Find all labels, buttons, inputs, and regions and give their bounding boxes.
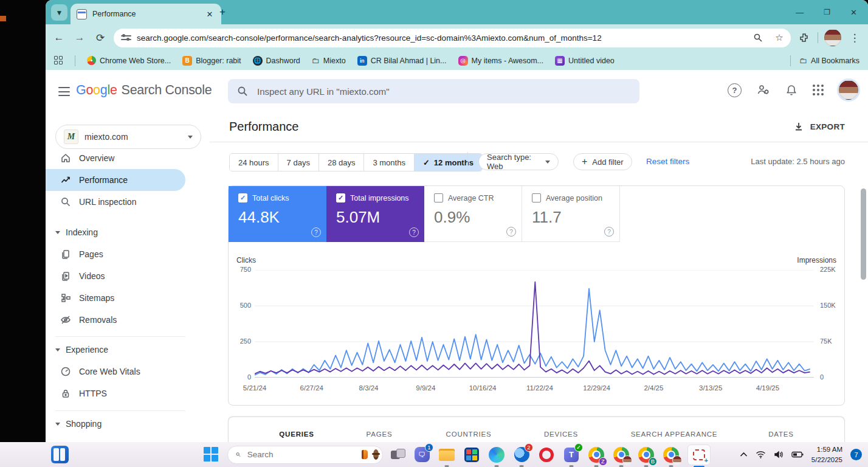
range-7-days[interactable]: 7 days <box>278 154 319 171</box>
tab-dates[interactable]: DATES <box>768 431 794 438</box>
tab-close-icon[interactable]: ✕ <box>204 9 215 19</box>
checkbox-icon[interactable]: ✓ <box>238 193 247 202</box>
metric-card-total-clicks[interactable]: ✓Total clicks 44.8K ? <box>229 186 326 242</box>
window-minimize-button[interactable]: — <box>796 8 804 17</box>
user-settings-icon[interactable] <box>757 83 770 97</box>
google-apps-grid-icon[interactable] <box>813 85 824 95</box>
url-inspect-searchbox[interactable] <box>228 79 639 103</box>
page-scrollbar[interactable] <box>861 189 866 280</box>
bookmark-item[interactable]: Chrome Web Store... <box>87 56 171 65</box>
browser-profile-avatar[interactable] <box>824 29 841 46</box>
site-info-icon[interactable] <box>121 34 131 42</box>
forward-button[interactable]: → <box>72 30 87 45</box>
tab-countries[interactable]: COUNTRIES <box>446 431 492 438</box>
chrome-profile-2-app[interactable] <box>613 446 630 463</box>
back-button[interactable]: ← <box>52 30 66 45</box>
menu-hamburger-icon[interactable] <box>58 87 70 99</box>
sidebar-section-indexing[interactable]: Indexing <box>46 221 185 243</box>
sidebar-section-shopping[interactable]: Shopping <box>46 413 185 435</box>
new-tab-button[interactable]: + <box>219 6 226 18</box>
sidebar-item-https[interactable]: HTTPS <box>46 382 185 404</box>
sidebar-section-experience[interactable]: Experience <box>46 339 185 361</box>
mail-app[interactable]: 2 <box>513 446 530 463</box>
wifi-icon[interactable] <box>756 451 766 458</box>
sidebar-item-videos[interactable]: Videos <box>46 265 185 287</box>
browser-tab[interactable]: Performance ✕ <box>71 4 221 24</box>
teams-chat-app[interactable]: 🗨 1 <box>413 446 430 463</box>
metric-card-total-impressions[interactable]: ✓Total impressions 5.07M ? <box>326 186 424 242</box>
bookmark-item[interactable]: B Blogger: rabit <box>182 56 241 66</box>
export-button[interactable]: EXPORT <box>794 122 845 131</box>
bookmark-star-icon[interactable]: ☆ <box>771 32 787 43</box>
metric-card-average-ctr[interactable]: Average CTR 0.9% ? <box>424 186 522 242</box>
sidebar-item-url-inspection[interactable]: URL inspection <box>46 191 185 213</box>
task-view-button[interactable] <box>391 449 405 461</box>
address-bar[interactable]: search.google.com/search-console/perform… <box>114 29 791 47</box>
bookmark-item[interactable]: in CR Bilal Ahmad | Lin... <box>357 56 447 66</box>
edge-app[interactable] <box>488 446 505 463</box>
range-28-days[interactable]: 28 days <box>319 154 365 171</box>
property-selector[interactable]: M miexto.com <box>55 125 201 149</box>
window-close-button[interactable]: ✕ <box>850 8 857 17</box>
teams-app[interactable]: T ✓ <box>563 446 580 463</box>
bookmark-item[interactable]: ◎ My items - Awesom... <box>458 56 544 66</box>
window-maximize-button[interactable]: ❐ <box>824 8 830 16</box>
notifications-bell-icon[interactable] <box>785 84 797 96</box>
tab-search-chevron-icon[interactable]: ▼ <box>51 4 67 21</box>
help-icon[interactable]: ? <box>728 83 742 97</box>
tab-queries[interactable]: QUERIES <box>279 431 314 438</box>
bookmark-apps-icon[interactable] <box>54 56 63 65</box>
help-icon[interactable]: ? <box>311 227 321 237</box>
start-button[interactable] <box>204 447 219 463</box>
tab-devices[interactable]: DEVICES <box>544 431 578 438</box>
sidebar-item-performance[interactable]: Performance <box>46 169 185 191</box>
performance-line-chart[interactable] <box>255 270 814 378</box>
file-explorer-app[interactable] <box>438 446 455 463</box>
extensions-icon[interactable] <box>797 30 811 45</box>
taskbar-search[interactable] <box>227 446 383 464</box>
notification-count-badge[interactable]: 7 <box>850 449 862 460</box>
battery-icon[interactable] <box>791 451 804 458</box>
sidebar-item-pages[interactable]: Pages <box>46 243 185 265</box>
help-icon[interactable]: ? <box>604 227 614 237</box>
sidebar-item-sitemaps[interactable]: Sitemaps <box>46 287 185 309</box>
checkbox-icon[interactable] <box>434 193 443 202</box>
metric-card-average-position[interactable]: Average position 11.7 ? <box>522 186 620 242</box>
gsc-logo[interactable]: GoogleSearch Console <box>76 83 212 98</box>
range-3-months[interactable]: 3 months <box>364 154 414 171</box>
all-bookmarks-button[interactable]: 🗀 All Bookmarks <box>799 56 859 65</box>
tab-pages[interactable]: PAGES <box>367 431 393 438</box>
reset-filters-link[interactable]: Reset filters <box>646 157 689 166</box>
browser-menu-icon[interactable]: ⋮ <box>847 30 862 45</box>
bookmark-item[interactable]: 🌐 Dashword <box>253 56 300 66</box>
url-text[interactable]: search.google.com/search-console/perform… <box>137 33 745 43</box>
chrome-profile-3-app[interactable]: B <box>638 446 655 463</box>
chrome-profile-4-app[interactable] <box>663 446 680 463</box>
volume-icon[interactable] <box>774 451 784 458</box>
tray-chevron-icon[interactable] <box>740 452 748 457</box>
opera-app[interactable] <box>538 446 555 463</box>
account-avatar[interactable] <box>839 80 858 100</box>
sidebar-item-removals[interactable]: Removals <box>46 309 185 331</box>
checkbox-icon[interactable] <box>532 193 541 202</box>
sidebar-item-overview[interactable]: Overview <box>46 147 185 169</box>
range-12-months[interactable]: ✓12 months <box>415 154 482 171</box>
search-in-page-icon[interactable] <box>750 33 766 43</box>
microsoft-store-app[interactable] <box>463 446 480 463</box>
checkbox-icon[interactable]: ✓ <box>336 193 345 202</box>
search-type-chip[interactable]: Search type: Web <box>478 153 559 170</box>
snipping-tool-app-active[interactable] <box>687 445 711 465</box>
help-icon[interactable]: ? <box>409 227 419 237</box>
help-icon[interactable]: ? <box>506 227 516 237</box>
range-24-hours[interactable]: 24 hours <box>230 154 278 171</box>
sidebar-item-core-web-vitals[interactable]: Core Web Vitals <box>46 361 185 382</box>
tab-search-appearance[interactable]: SEARCH APPEARANCE <box>631 431 718 438</box>
taskbar-clock[interactable]: 1:59 AM 5/22/2025 <box>811 445 842 465</box>
add-filter-chip[interactable]: + Add filter <box>573 153 632 170</box>
bookmark-item[interactable]: ▦ Untitled video <box>555 56 615 66</box>
widgets-button[interactable] <box>51 446 69 463</box>
reload-button[interactable]: ⟳ <box>93 30 108 45</box>
chrome-profile-1-app[interactable]: Z <box>588 446 605 463</box>
url-inspect-input[interactable] <box>256 86 630 97</box>
bookmark-item[interactable]: 🗀 Miexto <box>312 56 346 65</box>
